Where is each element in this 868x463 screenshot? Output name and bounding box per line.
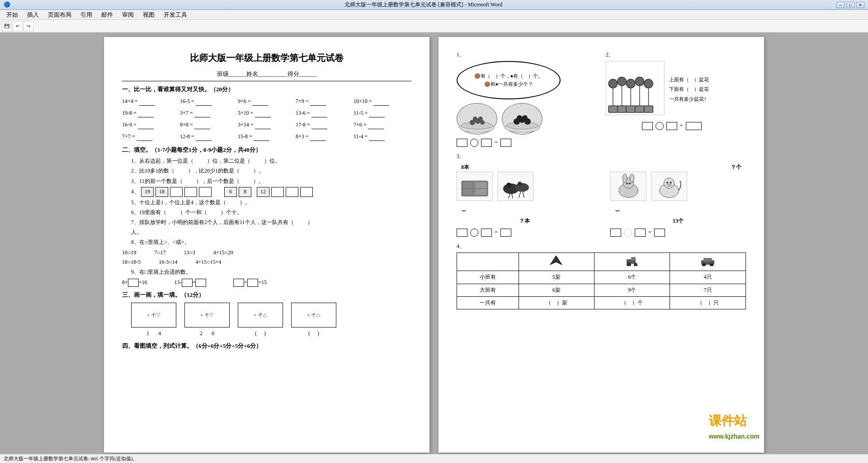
q2-content: 上面有（ ）盆花 下面有（ ）盆花 一共有多少盆花? <box>606 61 746 118</box>
menu-dev[interactable]: 开发工具 <box>159 10 192 20</box>
title-bar: 🔵 北师大版一年级上册数学第七单元试卷 [兼容模式] - Microsoft W… <box>0 0 868 10</box>
eq-7+6: 7+6 = <box>354 120 411 130</box>
q3-num: 3、 <box>457 152 746 161</box>
page-1: 比师大版一年级上册数学第七单元试卷 班级______姓名__________得分… <box>104 37 429 453</box>
td-blank-jia: （ ）架 <box>519 296 594 309</box>
eq-7+9: 7+9 = <box>296 96 354 107</box>
draw-frame-4: + 个△ <box>291 303 336 327</box>
q1-images <box>457 103 597 135</box>
q4: 4、 19 18 6 8 12 <box>131 187 411 197</box>
td-xiaobanyou: 小班有 <box>457 271 519 284</box>
draw-frame-2: + 个▽ <box>184 303 230 327</box>
q2: 2、比19多1的数（ ），比20少1的数是（ ）。 <box>131 167 411 175</box>
q1-num: 1、 <box>457 51 597 59</box>
menu-mail[interactable]: 邮件 <box>97 10 118 20</box>
close-button[interactable]: ✕ <box>856 2 864 8</box>
q4-row-xiaobanyou: 小班有 5架 6个 4只 <box>457 271 746 284</box>
q3-left-brace: ⌣ <box>461 204 592 217</box>
menu-view[interactable]: 视图 <box>138 10 159 20</box>
q2-equation: = <box>642 122 746 130</box>
svg-point-36 <box>518 182 522 186</box>
svg-line-38 <box>512 194 513 198</box>
q8-row2: 18○18-516-3○144+15○15+4 <box>122 258 411 267</box>
section2-title: 二、填空。（1-7小题每空1分，8-9小题2分，共40分） <box>122 145 411 155</box>
math-grid: 14+4 = 16-5 = 9+6 = 7+9 = 10+10 = 19-8 =… <box>122 96 411 142</box>
eq-16-9: 16-9 = <box>122 120 180 130</box>
svg-point-13 <box>522 115 528 121</box>
eq-15-8: 15-8 = <box>238 131 296 142</box>
draw-frame-1: + 个▽ <box>131 303 176 327</box>
p2-top-row: 1、 🟤有（ ）个，●有（ ）个。 🟤和●一共有多少个？ <box>457 51 746 147</box>
draw-frame-3: + 个△ <box>238 303 283 327</box>
q9: 9、在□里填上合适的数。 <box>131 268 411 276</box>
svg-line-40 <box>523 192 524 197</box>
eq-17-8: 17-8 = <box>296 120 354 130</box>
title-bar-controls: ─ □ ✕ <box>836 2 864 8</box>
q9-items: 8+=16 13-= +=15 <box>122 278 411 287</box>
eq-12-8: 12-8 = <box>180 131 238 142</box>
section4-title: 四、看图填空，列式计算。（6分+6分+5分+5分+6分） <box>122 341 411 351</box>
menu-insert[interactable]: 插入 <box>23 10 43 20</box>
menu-start[interactable]: 开始 <box>2 10 23 20</box>
minimize-button[interactable]: ─ <box>836 2 844 8</box>
svg-point-12 <box>517 115 522 121</box>
tb-undo[interactable]: ↩ <box>13 21 23 31</box>
td-4zhi: 4只 <box>670 271 746 284</box>
pig-img <box>651 172 687 204</box>
maximize-button[interactable]: □ <box>846 2 854 8</box>
q4-table: 小班有 5架 6个 4只 大班有 6架 9个 7只 一共有 <box>457 253 746 309</box>
td-blank-zhi: （ ）只 <box>670 296 746 309</box>
menu-reference[interactable]: 引用 <box>76 10 97 20</box>
p2-q3: 3、 8本 <box>457 152 746 237</box>
th-plane <box>519 253 594 271</box>
svg-point-34 <box>515 183 529 192</box>
menu-review[interactable]: 审阅 <box>118 10 138 20</box>
q1-equation: = <box>457 138 597 147</box>
eq-7+7: 7+7 = <box>122 131 180 142</box>
svg-line-37 <box>508 194 510 198</box>
q2-line3: 一共有多少盆花? <box>669 95 709 103</box>
eq-8+3: 8+3 = <box>296 131 354 142</box>
td-dabanyou: 大班有 <box>457 284 519 296</box>
svg-point-44 <box>630 174 634 182</box>
p2-q2: 2、 <box>606 51 746 147</box>
q4-row-yigongyou: 一共有 （ ）架 （ ）个 （ ）只 <box>457 296 746 309</box>
q3-left: 8本 <box>457 163 592 237</box>
q3-left-images <box>457 172 592 204</box>
tb-save[interactable]: 💾 <box>2 21 12 31</box>
svg-point-23 <box>644 80 653 89</box>
svg-rect-56 <box>631 257 636 261</box>
status-text: 北师大版一年级上册数学第七单元试卷: 865 个字符(近似值)。 <box>4 455 137 462</box>
q3-right-bottom: 13个 <box>610 217 746 225</box>
q3: 3、11的前一个数是（ ），后一个数是（ ）。 <box>131 177 411 186</box>
eq-11-4: 11-4 = <box>354 131 411 142</box>
q3-right-top: ？个 <box>610 163 741 172</box>
svg-point-51 <box>667 184 671 187</box>
td-blank-ge: （ ）个 <box>594 296 670 309</box>
eq-5+10: 5+10 = <box>238 108 296 118</box>
th-tractor <box>594 253 670 271</box>
watermark-main: 课件站 <box>709 411 760 431</box>
q2-text: 上面有（ ）盆花 下面有（ ）盆花 一共有多少盆花? <box>669 61 709 118</box>
toolbar: 💾 ↩ ↪ <box>0 20 868 33</box>
eq-19-8: 19-8 = <box>122 108 180 118</box>
watermark-url: www.kjzhan.com <box>709 431 760 441</box>
main-area: 比师大版一年级上册数学第七单元试卷 班级______姓名__________得分… <box>0 33 868 454</box>
draw-unit-2: + 个▽ 20 <box>184 303 230 338</box>
svg-marker-52 <box>550 256 562 265</box>
td-9ge: 9个 <box>594 284 670 296</box>
svg-rect-24 <box>609 106 618 113</box>
plate2-img <box>502 103 542 135</box>
menu-layout[interactable]: 页面布局 <box>43 10 76 20</box>
q3-right-brace: ⌣ <box>615 204 746 217</box>
svg-rect-58 <box>703 258 712 262</box>
eq-14+4: 14+4 = <box>122 96 180 107</box>
draw-unit-3: + 个△ () <box>238 303 283 338</box>
books-img <box>457 172 493 204</box>
svg-point-45 <box>626 182 628 184</box>
td-6jia: 6架 <box>519 284 594 296</box>
status-bar: 北师大版一年级上册数学第七单元试卷: 865 个字符(近似值)。 <box>0 454 868 463</box>
q3-left-eq: = <box>457 228 592 237</box>
q2-num: 2、 <box>606 51 746 59</box>
tb-redo[interactable]: ↪ <box>24 21 33 31</box>
